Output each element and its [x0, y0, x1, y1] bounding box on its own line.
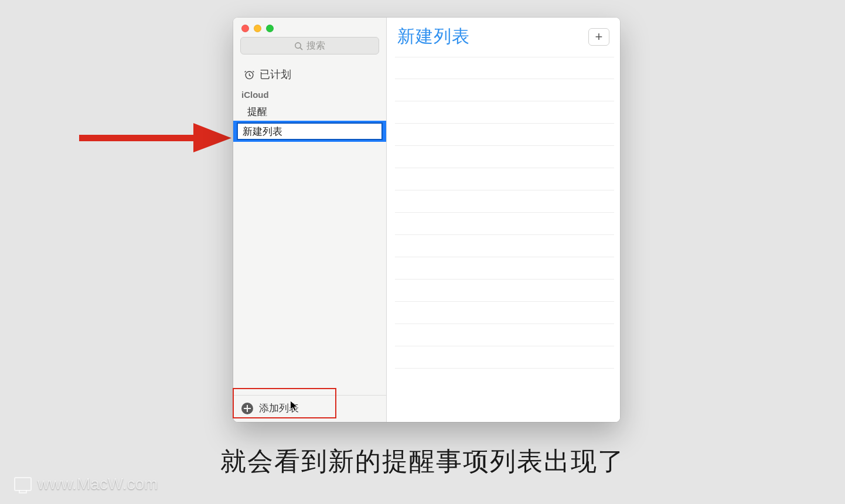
svg-rect-0	[79, 135, 193, 141]
reminder-row[interactable]	[395, 324, 614, 346]
window-controls	[233, 18, 386, 37]
alarm-clock-icon	[244, 69, 255, 80]
add-list-label: 添加列表	[259, 401, 299, 415]
reminder-row[interactable]	[395, 213, 614, 235]
close-button[interactable]	[241, 25, 249, 32]
search-input[interactable]: 搜索	[240, 37, 379, 55]
scheduled-label: 已计划	[260, 67, 291, 81]
reminders-window: 搜索 已计划 iCloud 提醒	[233, 18, 620, 422]
reminder-row[interactable]	[395, 146, 614, 168]
reminder-row[interactable]	[395, 257, 614, 280]
watermark-text: www.MacW.com	[38, 475, 158, 493]
svg-point-2	[295, 42, 301, 47]
tutorial-caption: 就会看到新的提醒事项列表出现了	[0, 444, 845, 479]
sidebar-section-title: iCloud	[233, 86, 386, 102]
reminder-row[interactable]	[395, 57, 614, 79]
reminder-row[interactable]	[395, 346, 614, 369]
sidebar-item-reminders[interactable]: 提醒	[233, 102, 386, 121]
minimize-button[interactable]	[254, 25, 261, 32]
watermark: www.MacW.com	[14, 475, 158, 493]
list-name-input-value: 新建列表	[243, 125, 282, 138]
sidebar: 搜索 已计划 iCloud 提醒	[233, 18, 387, 422]
add-reminder-button[interactable]: +	[588, 28, 609, 46]
list-title: 新建列表	[397, 25, 588, 49]
reminder-row[interactable]	[395, 101, 614, 124]
zoom-button[interactable]	[266, 25, 274, 32]
list-name-input[interactable]: 新建列表	[237, 122, 383, 140]
watermark-logo-icon	[14, 477, 32, 491]
svg-marker-1	[193, 123, 231, 152]
main-pane: 新建列表 +	[387, 18, 620, 422]
reminder-row[interactable]	[395, 190, 614, 213]
plus-circle-icon	[241, 403, 253, 414]
scheduled-item[interactable]: 已计划	[233, 64, 386, 86]
sidebar-item-label: 提醒	[247, 105, 267, 118]
reminder-row[interactable]	[395, 302, 614, 324]
reminder-row[interactable]	[395, 280, 614, 302]
annotation-arrow-icon	[79, 123, 231, 152]
reminder-row[interactable]	[395, 79, 614, 101]
reminder-row[interactable]	[395, 168, 614, 190]
svg-line-3	[300, 47, 302, 50]
add-list-button[interactable]: 添加列表	[233, 395, 386, 422]
reminder-row[interactable]	[395, 235, 614, 257]
plus-icon: +	[595, 30, 603, 43]
reminder-row[interactable]	[395, 124, 614, 146]
search-placeholder: 搜索	[306, 41, 325, 50]
reminders-list[interactable]	[387, 52, 620, 422]
sidebar-item-new-list[interactable]: 新建列表	[233, 121, 386, 142]
search-icon	[294, 42, 303, 50]
